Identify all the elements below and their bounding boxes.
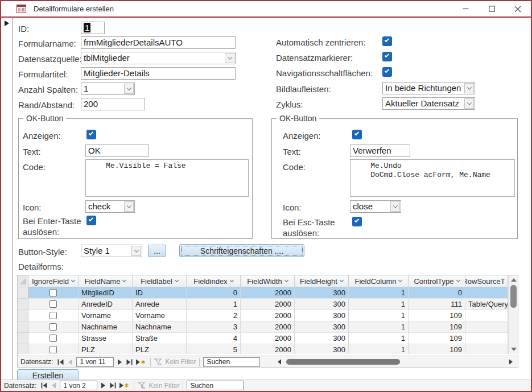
table-cell[interactable]: Anrede [133, 299, 187, 310]
ok-text-field[interactable]: OK [85, 145, 149, 157]
chevron-down-icon[interactable] [225, 53, 234, 63]
ok-anzeigen-checkbox[interactable] [86, 130, 96, 139]
minimize-button[interactable] [452, 1, 479, 16]
table-cell[interactable] [465, 333, 508, 344]
previous-record-button[interactable] [65, 357, 75, 366]
table-cell[interactable]: Strasse [79, 333, 133, 344]
horizontal-scroll-thumb[interactable] [286, 359, 400, 365]
rand-abstand-field[interactable]: 200 [81, 98, 145, 110]
table-cell[interactable]: ID [133, 287, 187, 299]
table-cell[interactable]: 109 [409, 333, 465, 344]
table-cell[interactable] [465, 344, 508, 354]
ignorefield-cell[interactable] [28, 299, 79, 310]
search-input[interactable]: Suchen [187, 381, 244, 390]
close-button[interactable] [505, 1, 531, 16]
table-cell[interactable]: PLZ [79, 344, 133, 354]
table-cell[interactable]: 300 [295, 299, 349, 310]
next-record-button[interactable] [98, 381, 108, 390]
chevron-down-icon[interactable] [131, 246, 141, 256]
column-header-fieldwidth[interactable]: FieldWidth [241, 275, 295, 287]
zyklus-combo[interactable]: Aktueller Datensatz [382, 97, 475, 110]
formularname-field[interactable]: frmMitgliederDetailsAUTO [81, 36, 236, 49]
cancel-text-field[interactable]: Verwerfen [350, 145, 410, 157]
chevron-down-icon[interactable] [390, 201, 400, 212]
formulartitel-field[interactable]: Mitglieder-Details [81, 67, 236, 80]
table-cell[interactable]: 300 [295, 344, 349, 354]
table-cell[interactable]: 1 [187, 299, 241, 310]
column-header-fieldindex[interactable]: Fieldindex [187, 275, 241, 287]
table-cell[interactable]: 300 [295, 321, 349, 333]
table-cell[interactable]: 109 [409, 344, 465, 354]
column-header-controltype[interactable]: ControlType [409, 275, 465, 287]
ignorefield-cell[interactable] [28, 333, 79, 344]
column-header-fieldheight[interactable]: FieldHeight [295, 275, 349, 287]
ignore-checkbox[interactable] [50, 335, 57, 342]
ignorefield-cell[interactable] [28, 344, 79, 354]
sort-dropdown-icon[interactable] [284, 278, 288, 282]
column-header-rowsourcet[interactable]: RowSourceT [465, 275, 508, 287]
table-cell[interactable]: 1 [349, 287, 409, 299]
sort-dropdown-icon[interactable] [340, 278, 344, 282]
previous-record-button[interactable] [49, 381, 59, 390]
table-cell[interactable]: 2000 [241, 287, 295, 299]
table-cell[interactable]: 3 [187, 321, 241, 333]
sort-dropdown-icon[interactable] [230, 278, 234, 282]
table-cell[interactable]: 0 [187, 287, 241, 299]
vertical-scroll-thumb[interactable] [510, 285, 517, 308]
ignore-checkbox[interactable] [50, 289, 57, 296]
next-record-button[interactable] [115, 357, 125, 366]
table-cell[interactable]: AnredeID [79, 299, 133, 310]
table-cell[interactable]: 109 [409, 310, 465, 321]
datensatzquelle-combo[interactable]: tblMitglieder [81, 52, 236, 64]
scroll-down-icon[interactable] [511, 348, 517, 351]
table-cell[interactable]: Vorname [133, 310, 187, 321]
schrifteigenschaften-button[interactable]: Schrifteigenschaften .... [179, 244, 304, 257]
table-cell[interactable]: Nachname [133, 321, 187, 333]
table-cell[interactable]: 300 [295, 287, 349, 299]
bildlaufleisten-combo[interactable]: In beide Richtungen [382, 82, 475, 94]
table-cell[interactable]: 109 [409, 321, 465, 333]
table-cell[interactable]: 2 [187, 310, 241, 321]
record-selector-bar[interactable] [1, 18, 13, 379]
anzahl-spalten-combo[interactable]: 1 [81, 82, 135, 95]
record-position-box[interactable]: 1 von 11 [76, 357, 114, 367]
column-header-fieldlabel[interactable]: Fieldlabel [133, 275, 187, 287]
horizontal-scrollbar[interactable] [260, 356, 518, 368]
chevron-down-icon[interactable] [464, 98, 474, 109]
ignorefield-cell[interactable] [28, 321, 79, 333]
scroll-left-icon[interactable] [277, 359, 282, 365]
column-header-fieldcolumn[interactable]: FieldColumn [349, 275, 409, 287]
table-cell[interactable]: PLZ [133, 344, 187, 354]
datensatzmarkierer-checkbox[interactable] [382, 52, 392, 61]
ok-icon-combo[interactable]: check [85, 200, 135, 213]
table-cell[interactable] [465, 321, 508, 333]
table-cell[interactable]: 1 [349, 310, 409, 321]
first-record-button[interactable] [56, 357, 65, 366]
search-input[interactable]: Suchen [203, 357, 260, 367]
table-cell[interactable]: 1 [349, 321, 409, 333]
table-cell[interactable]: 0 [409, 287, 465, 299]
navigationsschaltflaechen-checkbox[interactable] [382, 67, 392, 77]
ignorefield-cell[interactable] [28, 287, 79, 299]
ok-code-field[interactable]: Me.Visible = False [85, 159, 249, 197]
table-cell[interactable]: 1 [349, 299, 409, 310]
automatisch-zentrieren-checkbox[interactable] [382, 36, 392, 46]
row-selector[interactable] [18, 310, 28, 321]
id-field[interactable]: 1 [81, 22, 105, 34]
table-cell[interactable]: 5 [187, 344, 241, 354]
vertical-scrollbar[interactable] [508, 275, 518, 354]
new-record-button[interactable] [118, 381, 130, 390]
chevron-down-icon[interactable] [464, 83, 474, 93]
table-cell[interactable]: 300 [295, 333, 349, 344]
table-cell[interactable] [465, 310, 508, 321]
ignore-checkbox[interactable] [50, 323, 57, 331]
table-cell[interactable]: 300 [295, 310, 349, 321]
table-cell[interactable]: 1 [349, 333, 409, 344]
ignorefield-cell[interactable] [28, 310, 79, 321]
row-selector[interactable] [18, 321, 28, 333]
table-cell[interactable]: 4 [187, 333, 241, 344]
scroll-up-icon[interactable] [511, 278, 517, 282]
table-cell[interactable]: 2000 [241, 333, 295, 344]
table-cell[interactable]: 111 [409, 299, 465, 310]
button-style-combo[interactable]: Style 1 [81, 245, 142, 257]
